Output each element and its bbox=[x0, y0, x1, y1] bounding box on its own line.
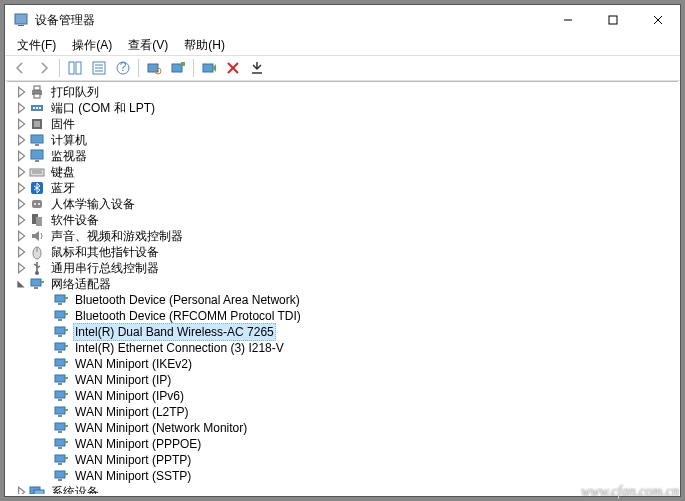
network-icon bbox=[29, 276, 45, 292]
scan-hardware-button[interactable] bbox=[143, 57, 165, 79]
tree-category[interactable]: 监视器 bbox=[7, 148, 678, 164]
tree-category[interactable]: 端口 (COM 和 LPT) bbox=[7, 100, 678, 116]
tree-item-label: Intel(R) Ethernet Connection (3) I218-V bbox=[73, 340, 286, 356]
svg-rect-51 bbox=[55, 295, 65, 302]
app-icon bbox=[13, 12, 29, 28]
forward-button[interactable] bbox=[33, 57, 55, 79]
tree-device[interactable]: WAN Miniport (IPv6) bbox=[7, 388, 678, 404]
tree-device[interactable]: Intel(R) Dual Band Wireless-AC 7265 bbox=[7, 324, 678, 340]
tree-item-label: 监视器 bbox=[49, 148, 89, 164]
tree-category[interactable]: 网络适配器 bbox=[7, 276, 678, 292]
menu-file[interactable]: 文件(F) bbox=[9, 35, 64, 56]
tree-device[interactable]: WAN Miniport (PPTP) bbox=[7, 452, 678, 468]
usb-icon bbox=[29, 260, 45, 276]
tree-category[interactable]: 软件设备 bbox=[7, 212, 678, 228]
uninstall-device-button[interactable] bbox=[222, 57, 244, 79]
svg-rect-88 bbox=[34, 490, 44, 494]
svg-rect-23 bbox=[34, 86, 40, 90]
svg-rect-3 bbox=[609, 16, 617, 24]
close-button[interactable] bbox=[635, 5, 680, 35]
tree-item-label: 计算机 bbox=[49, 132, 89, 148]
tree-item-label: WAN Miniport (PPPOE) bbox=[73, 436, 203, 452]
watermark: www.cfan.com.cn bbox=[581, 484, 679, 500]
tree-item-label: 人体学输入设备 bbox=[49, 196, 137, 212]
minimize-button[interactable] bbox=[545, 5, 590, 35]
svg-rect-30 bbox=[34, 121, 40, 127]
enable-device-button[interactable] bbox=[198, 57, 220, 79]
nic-icon bbox=[53, 420, 69, 436]
bluetooth-icon bbox=[29, 180, 45, 196]
tree-device[interactable]: Bluetooth Device (RFCOMM Protocol TDI) bbox=[7, 308, 678, 324]
svg-rect-17 bbox=[181, 62, 185, 66]
toolbar-separator bbox=[59, 59, 60, 77]
expand-icon[interactable] bbox=[15, 166, 27, 178]
svg-rect-18 bbox=[203, 64, 213, 72]
tree-category[interactable]: 计算机 bbox=[7, 132, 678, 148]
tree-device[interactable]: Intel(R) Ethernet Connection (3) I218-V bbox=[7, 340, 678, 356]
menubar: 文件(F) 操作(A) 查看(V) 帮助(H) bbox=[5, 35, 680, 55]
disable-device-button[interactable] bbox=[246, 57, 268, 79]
expand-icon[interactable] bbox=[15, 102, 27, 114]
software-icon bbox=[29, 212, 45, 228]
nic-icon bbox=[53, 308, 69, 324]
svg-rect-73 bbox=[58, 415, 62, 417]
show-hide-console-button[interactable] bbox=[64, 57, 86, 79]
expand-icon[interactable] bbox=[15, 486, 27, 494]
tree-category[interactable]: 蓝牙 bbox=[7, 180, 678, 196]
tree-category[interactable]: 声音、视频和游戏控制器 bbox=[7, 228, 678, 244]
tree-item-label: 固件 bbox=[49, 116, 77, 132]
sound-icon bbox=[29, 228, 45, 244]
tree-device[interactable]: WAN Miniport (SSTP) bbox=[7, 468, 678, 484]
nic-icon bbox=[53, 372, 69, 388]
expand-icon[interactable] bbox=[15, 150, 27, 162]
menu-action[interactable]: 操作(A) bbox=[64, 35, 120, 56]
menu-help[interactable]: 帮助(H) bbox=[176, 35, 233, 56]
nic-icon bbox=[53, 292, 69, 308]
svg-rect-27 bbox=[36, 107, 38, 109]
tree-item-label: 网络适配器 bbox=[49, 276, 113, 292]
tree-device[interactable]: WAN Miniport (IKEv2) bbox=[7, 356, 678, 372]
tree-device[interactable]: WAN Miniport (L2TP) bbox=[7, 404, 678, 420]
expand-icon[interactable] bbox=[15, 118, 27, 130]
expand-icon[interactable] bbox=[15, 182, 27, 194]
svg-rect-78 bbox=[55, 439, 65, 446]
port-icon bbox=[29, 100, 45, 116]
device-tree[interactable]: 打印队列端口 (COM 和 LPT)固件计算机监视器键盘蓝牙人体学输入设备软件设… bbox=[7, 81, 678, 494]
expand-icon[interactable] bbox=[15, 246, 27, 258]
svg-rect-52 bbox=[58, 303, 62, 305]
back-button[interactable] bbox=[9, 57, 31, 79]
tree-category[interactable]: 通用串行总线控制器 bbox=[7, 260, 678, 276]
tree-device[interactable]: WAN Miniport (Network Monitor) bbox=[7, 420, 678, 436]
tree-category[interactable]: 系统设备 bbox=[7, 484, 678, 494]
tree-category[interactable]: 人体学输入设备 bbox=[7, 196, 678, 212]
tree-item-label: 键盘 bbox=[49, 164, 77, 180]
system-icon bbox=[29, 484, 45, 494]
tree-category[interactable]: 打印队列 bbox=[7, 84, 678, 100]
properties-button[interactable] bbox=[88, 57, 110, 79]
svg-rect-24 bbox=[34, 94, 40, 98]
svg-point-41 bbox=[38, 203, 40, 205]
computer-icon bbox=[29, 132, 45, 148]
expand-icon[interactable] bbox=[15, 214, 27, 226]
tree-category[interactable]: 键盘 bbox=[7, 164, 678, 180]
menu-view[interactable]: 查看(V) bbox=[120, 35, 176, 56]
expand-icon[interactable] bbox=[15, 262, 27, 274]
expand-icon[interactable] bbox=[15, 230, 27, 242]
help-button[interactable]: ? bbox=[112, 57, 134, 79]
expand-icon[interactable] bbox=[15, 86, 27, 98]
update-driver-button[interactable] bbox=[167, 57, 189, 79]
expand-icon[interactable] bbox=[15, 278, 27, 290]
toolbar-separator bbox=[138, 59, 139, 77]
tree-device[interactable]: WAN Miniport (PPPOE) bbox=[7, 436, 678, 452]
tree-device[interactable]: Bluetooth Device (Personal Area Network) bbox=[7, 292, 678, 308]
expand-icon[interactable] bbox=[15, 134, 27, 146]
expand-icon[interactable] bbox=[15, 198, 27, 210]
tree-category[interactable]: 固件 bbox=[7, 116, 678, 132]
tree-item-label: 软件设备 bbox=[49, 212, 101, 228]
svg-rect-48 bbox=[31, 279, 41, 286]
tree-device[interactable]: WAN Miniport (IP) bbox=[7, 372, 678, 388]
maximize-button[interactable] bbox=[590, 5, 635, 35]
nic-icon bbox=[53, 452, 69, 468]
tree-category[interactable]: 鼠标和其他指针设备 bbox=[7, 244, 678, 260]
svg-rect-7 bbox=[76, 62, 81, 74]
